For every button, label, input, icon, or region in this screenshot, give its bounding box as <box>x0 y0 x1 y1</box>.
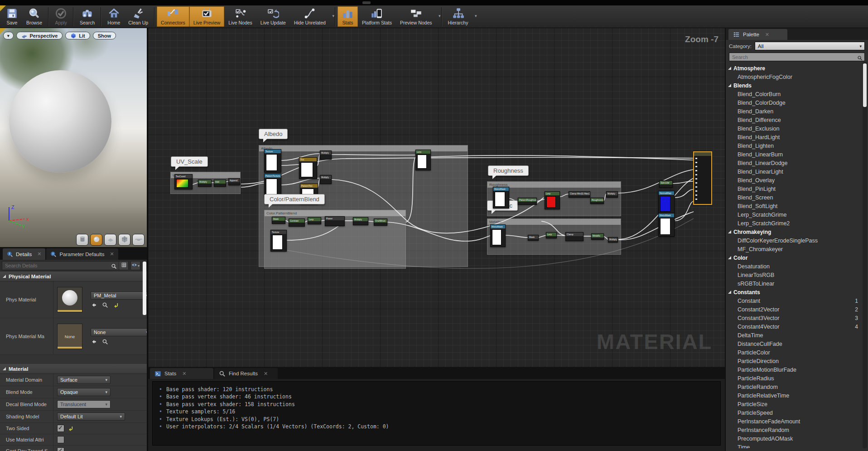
graph-node[interactable]: Multiply <box>320 150 332 160</box>
blend-mode-select[interactable]: Opaque ▾ <box>57 388 111 396</box>
viewport-options-button[interactable]: ▾ <box>3 32 14 39</box>
graph-node[interactable]: Add <box>214 179 226 187</box>
platform-stats-button[interactable]: Platform Stats ▾ <box>358 6 396 27</box>
search-details-input[interactable] <box>2 261 119 270</box>
graph-node[interactable]: Mask <box>528 235 539 241</box>
sphere-shape-button[interactable] <box>90 234 102 246</box>
mesh-shape-button[interactable] <box>132 234 145 246</box>
palette-item[interactable]: Blend_SoftLight <box>726 202 868 210</box>
shading-model-select[interactable]: Default Lit ▾ <box>57 412 125 421</box>
graph-node[interactable]: Lerp <box>546 232 557 238</box>
preview-viewport[interactable]: ▾ Perspective Lit Show Z x y <box>0 28 147 247</box>
tab-find-results[interactable]: Find Results ✕ <box>214 368 278 379</box>
palette-item[interactable]: Constant4Vector 4 <box>726 322 868 331</box>
dropdown-caret-icon[interactable]: ▾ <box>439 14 441 18</box>
view-options-button[interactable]: ▾ <box>130 261 140 270</box>
graph-node[interactable]: Multiply <box>353 217 368 225</box>
palette-item[interactable]: ParticleSize <box>726 400 868 408</box>
palette-item[interactable]: Lerp_ScratchGrime2 <box>726 219 868 228</box>
comment-bubble[interactable]: Roughness <box>488 165 529 176</box>
palette-item[interactable]: Time <box>726 443 868 448</box>
details-scrollbar[interactable] <box>143 262 146 315</box>
close-icon[interactable]: ✕ <box>264 371 268 377</box>
graph-node[interactable]: Texture <box>270 230 287 252</box>
palette-item[interactable]: ParticleRadius <box>726 374 868 383</box>
collapse-triangle-icon[interactable] <box>728 84 731 87</box>
graph-node[interactable]: Lerp <box>545 191 560 209</box>
tab-stats[interactable]: Stats ✕ <box>150 368 213 379</box>
graph-node[interactable]: Append <box>228 178 240 185</box>
graph-node[interactable]: Clamp Min(0) Max(1) <box>569 191 590 198</box>
graph-node[interactable]: Specular <box>659 180 673 188</box>
palette-item[interactable]: DeltaTime <box>726 331 868 339</box>
use-selected-icon[interactable] <box>91 339 97 345</box>
palette-item[interactable]: Atmosphere <box>726 64 868 73</box>
palette-item[interactable]: Blend_Exclusion <box>726 124 868 133</box>
two-sided-checkbox[interactable] <box>57 425 64 432</box>
browse-button[interactable]: Browse ▾ <box>22 6 46 27</box>
graph-node[interactable]: MetroMask <box>490 224 506 247</box>
palette-item[interactable]: Constant3Vector 3 <box>726 314 868 322</box>
dropdown-caret-icon[interactable]: ▾ <box>332 14 334 18</box>
cast-ray-traced-checkbox[interactable] <box>57 447 64 451</box>
preview-nodes-button[interactable]: Preview Nodes ▾ <box>396 6 439 27</box>
palette-item[interactable]: sRGBToLinear <box>726 279 868 288</box>
palette-item[interactable]: Blend_Overlay <box>726 176 868 184</box>
comment-bubble[interactable]: UV_Scale <box>171 156 208 167</box>
palette-item[interactable]: Constants <box>726 288 868 296</box>
palette-item[interactable]: Blend_Screen <box>726 193 868 202</box>
stats-button[interactable]: Stats ▾ <box>338 6 358 27</box>
palette-item[interactable]: Blend_LinearDodge <box>726 159 868 167</box>
material-graph-canvas[interactable]: Zoom -7 MATERIAL Albedo UV_Scale Color.P… <box>148 28 725 367</box>
palette-item[interactable]: Blend_Lighten <box>726 141 868 150</box>
palette-item[interactable]: Blends <box>726 81 868 90</box>
palette-item[interactable]: Blend_PinLight <box>726 184 868 193</box>
tab-details[interactable]: i Details ✕ <box>3 248 45 260</box>
palette-item[interactable]: Blend_Darken <box>726 107 868 116</box>
palette-item[interactable]: PrecomputedAOMask <box>726 434 868 443</box>
live-nodes-button[interactable]: Live Nodes ▾ <box>224 6 256 27</box>
collapse-triangle-icon[interactable] <box>728 230 731 233</box>
apply-button[interactable]: Apply ▾ <box>51 6 71 27</box>
dropdown-caret-icon[interactable]: ▾ <box>475 14 477 18</box>
palette-item[interactable]: Blend_ColorBurn <box>726 90 868 98</box>
graph-node[interactable]: Clamp <box>565 232 583 241</box>
graph-node[interactable]: Roughness <box>590 198 604 204</box>
palette-item[interactable]: ParticleRelativeTime <box>726 391 868 400</box>
palette-item[interactable]: ParticleMotionBlurFade <box>726 365 868 374</box>
section-physical-material[interactable]: Physical Material <box>0 272 147 281</box>
palette-item[interactable]: MF_Chromakeyer <box>726 245 868 253</box>
graph-node[interactable]: Texture <box>264 149 281 173</box>
clean-up-button[interactable]: Clean Up ▾ <box>124 6 152 27</box>
use-material-attributes-checkbox[interactable] <box>57 436 64 443</box>
hierarchy-button[interactable]: Hierarchy ▾ <box>444 6 476 27</box>
graph-node[interactable]: Multiply <box>198 179 212 187</box>
tab-parameter-defaults[interactable]: i Parameter Defaults ✕ <box>46 248 118 260</box>
graph-node[interactable]: PatternRoughness <box>518 198 537 205</box>
node-input-pins[interactable] <box>695 158 697 200</box>
close-icon[interactable]: ✕ <box>110 251 114 257</box>
palette-item[interactable]: Blend_LinearBurn <box>726 150 868 159</box>
palette-item[interactable]: ParticleRandom <box>726 383 868 391</box>
plane-shape-button[interactable] <box>104 234 116 246</box>
phys-material-select[interactable]: PM_Metal ▾ <box>91 291 147 300</box>
palette-item[interactable]: Constant 1 <box>726 296 868 305</box>
palette-item[interactable]: Blend_LinearLight <box>726 167 868 176</box>
graph-node[interactable]: Multiply <box>608 237 618 242</box>
graph-node[interactable]: Mask <box>272 217 285 224</box>
show-button[interactable]: Show <box>93 32 116 39</box>
cube-shape-button[interactable] <box>118 234 130 246</box>
collapse-triangle-icon[interactable] <box>728 67 731 70</box>
palette-item[interactable]: ParticleDirection <box>726 357 868 365</box>
comment-bubble[interactable]: Albedo <box>259 129 288 139</box>
connectors-button[interactable]: Connectors ▾ <box>157 6 189 27</box>
palette-item[interactable]: ParticleColor <box>726 348 868 357</box>
graph-node[interactable]: Tint <box>299 157 317 179</box>
close-icon[interactable]: ✕ <box>765 32 769 38</box>
comment-bubble[interactable]: Color/PatternBlend <box>264 194 325 204</box>
graph-node[interactable] <box>694 152 712 204</box>
graph-node[interactable]: Lerp <box>308 217 321 224</box>
palette-item[interactable]: DistanceCullFade <box>726 339 868 348</box>
reset-to-default-icon[interactable] <box>68 425 74 432</box>
browse-to-asset-icon[interactable] <box>102 302 108 308</box>
